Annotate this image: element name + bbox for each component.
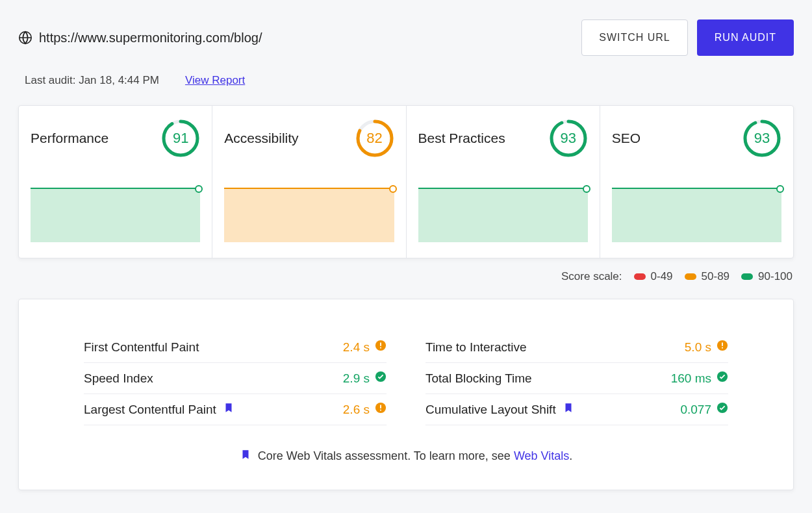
metric-row[interactable]: Largest Contentful Paint 2.6 s <box>84 394 387 425</box>
svg-rect-17 <box>722 343 723 346</box>
scale-green: 90-100 <box>741 270 793 283</box>
score-mini-chart <box>31 188 200 242</box>
web-vitals-note: Core Web Vitals assessment. To learn mor… <box>84 449 728 464</box>
switch-url-button[interactable]: SWITCH URL <box>581 19 688 56</box>
score-ring: 93 <box>742 119 781 158</box>
metric-row[interactable]: Total Blocking Time 160 ms <box>425 363 728 394</box>
warning-icon <box>375 340 387 355</box>
last-audit-text: Last audit: Jan 18, 4:44 PM <box>25 74 159 87</box>
svg-rect-10 <box>380 343 381 346</box>
web-vitals-link[interactable]: Web Vitals <box>514 449 569 462</box>
metric-row[interactable]: First Contentful Paint 2.4 s <box>84 332 387 363</box>
metric-name: Total Blocking Time <box>425 371 532 386</box>
score-ring: 91 <box>161 119 200 158</box>
scale-orange: 50-89 <box>685 270 730 283</box>
score-cards: Performance 91 Accessibility 82 Be <box>18 105 794 258</box>
score-card-accessibility[interactable]: Accessibility 82 <box>212 106 406 258</box>
globe-icon <box>18 31 32 45</box>
score-mini-chart <box>418 188 588 242</box>
check-icon <box>717 402 728 417</box>
metric-name: First Contentful Paint <box>84 340 199 355</box>
warning-icon <box>375 402 387 417</box>
bookmark-icon <box>223 402 235 417</box>
score-value: 93 <box>549 119 588 158</box>
metric-value: 5.0 s <box>685 340 711 355</box>
scale-label: Score scale: <box>561 270 622 283</box>
score-mini-chart <box>612 188 781 242</box>
metric-row[interactable]: Speed Index 2.9 s <box>84 363 387 394</box>
metric-value: 160 ms <box>671 371 711 386</box>
metrics-panel: First Contentful Paint 2.4 s Speed Index… <box>18 299 794 490</box>
score-ring: 82 <box>355 119 394 158</box>
check-icon <box>717 371 728 386</box>
page-url: https://www.supermonitoring.com/blog/ <box>39 31 262 45</box>
metric-value: 2.4 s <box>343 340 370 355</box>
score-label: SEO <box>612 131 641 146</box>
bookmark-icon <box>563 402 574 417</box>
metric-value: 0.077 <box>680 403 711 417</box>
metric-row[interactable]: Cumulative Layout Shift 0.077 <box>425 394 728 425</box>
score-card-performance[interactable]: Performance 91 <box>19 106 212 258</box>
view-report-link[interactable]: View Report <box>185 74 245 87</box>
svg-rect-14 <box>380 405 381 408</box>
url-display: https://www.supermonitoring.com/blog/ <box>18 31 262 45</box>
score-label: Accessibility <box>224 131 298 146</box>
metric-value: 2.9 s <box>343 371 370 386</box>
score-ring: 93 <box>549 119 588 158</box>
svg-rect-18 <box>722 347 723 349</box>
score-card-best-practices[interactable]: Best Practices 93 <box>407 106 600 258</box>
metric-name: Cumulative Layout Shift <box>425 403 556 417</box>
scale-red: 0-49 <box>634 270 673 283</box>
metric-name: Largest Contentful Paint <box>84 403 216 417</box>
bookmark-icon <box>240 449 251 464</box>
score-mini-chart <box>224 188 394 242</box>
score-label: Best Practices <box>418 131 505 146</box>
score-value: 93 <box>742 119 781 158</box>
warning-icon <box>717 340 728 355</box>
score-value: 82 <box>355 119 394 158</box>
svg-rect-15 <box>380 410 381 411</box>
score-label: Performance <box>31 131 108 146</box>
metric-name: Time to Interactive <box>425 340 527 355</box>
score-value: 91 <box>161 119 200 158</box>
footer-text: Core Web Vitals assessment. To learn mor… <box>258 449 514 462</box>
check-icon <box>375 371 387 386</box>
metric-row[interactable]: Time to Interactive 5.0 s <box>425 332 728 363</box>
run-audit-button[interactable]: RUN AUDIT <box>697 19 794 56</box>
metric-value: 2.6 s <box>343 403 370 417</box>
score-scale: Score scale: 0-49 50-89 90-100 <box>18 270 793 283</box>
metric-name: Speed Index <box>84 371 153 386</box>
score-card-seo[interactable]: SEO 93 <box>600 106 793 258</box>
svg-rect-11 <box>380 347 381 349</box>
